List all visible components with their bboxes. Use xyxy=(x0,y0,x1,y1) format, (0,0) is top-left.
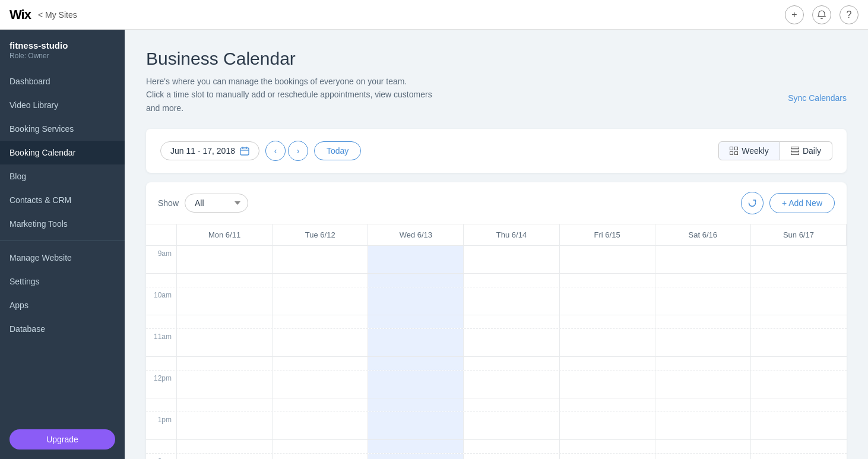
sidebar-item-marketing-tools[interactable]: Marketing Tools xyxy=(0,212,125,236)
sidebar-item-database[interactable]: Database xyxy=(0,317,125,341)
cal-cell-fri-9[interactable] xyxy=(560,246,655,273)
sidebar-item-dashboard[interactable]: Dashboard xyxy=(0,69,125,93)
cal-cell-wed-1[interactable] xyxy=(368,412,464,439)
cal-cell-wed-11[interactable] xyxy=(368,329,464,356)
cal-cell-thu-930[interactable] xyxy=(464,274,559,287)
sidebar-item-manage-website[interactable]: Manage Website xyxy=(0,246,125,270)
cal-cell-sun-10[interactable] xyxy=(751,287,847,315)
cal-cell-wed-930[interactable] xyxy=(368,274,464,287)
cal-cell-wed-2[interactable] xyxy=(368,454,464,459)
cal-cell-thu-1230[interactable] xyxy=(464,398,559,411)
sidebar-item-video-library[interactable]: Video Library xyxy=(0,93,125,117)
daily-view-button[interactable]: Daily xyxy=(780,141,832,160)
cal-cell-mon-10[interactable] xyxy=(177,287,273,315)
cal-cell-sat-1[interactable] xyxy=(655,412,751,439)
cal-cell-tue-11[interactable] xyxy=(273,329,368,356)
cal-cell-sat-2[interactable] xyxy=(655,454,751,459)
cal-cell-wed-130[interactable] xyxy=(368,440,464,453)
cal-cell-mon-12[interactable] xyxy=(177,371,273,398)
cal-cell-thu-12[interactable] xyxy=(464,371,559,398)
cal-cell-sun-11[interactable] xyxy=(751,329,847,356)
sidebar-item-contacts-crm[interactable]: Contacts & CRM xyxy=(0,188,125,212)
cal-cell-sat-130[interactable] xyxy=(655,440,751,453)
cal-cell-tue-1230[interactable] xyxy=(273,398,368,411)
cal-cell-fri-1130[interactable] xyxy=(560,357,655,370)
cal-cell-wed-1230[interactable] xyxy=(368,398,464,411)
cal-cell-tue-12[interactable] xyxy=(273,371,368,398)
cal-cell-mon-1[interactable] xyxy=(177,412,273,439)
cal-cell-wed-1030[interactable] xyxy=(368,315,464,328)
cal-cell-tue-9[interactable] xyxy=(273,246,368,273)
cal-cell-thu-1030[interactable] xyxy=(464,315,559,328)
cal-cell-sun-9[interactable] xyxy=(751,246,847,273)
cal-cell-wed-12[interactable] xyxy=(368,371,464,398)
notifications-button[interactable] xyxy=(812,5,831,24)
help-button[interactable]: ? xyxy=(840,5,859,24)
cal-cell-fri-10[interactable] xyxy=(560,287,655,315)
cal-cell-fri-130[interactable] xyxy=(560,440,655,453)
cal-cell-fri-1[interactable] xyxy=(560,412,655,439)
upgrade-button[interactable]: Upgrade xyxy=(9,429,115,449)
cal-cell-sun-2[interactable] xyxy=(751,454,847,459)
date-range-button[interactable]: Jun 11 - 17, 2018 xyxy=(160,141,259,160)
sync-calendars-link[interactable]: Sync Calendars xyxy=(788,93,847,103)
sidebar-item-settings[interactable]: Settings xyxy=(0,270,125,293)
cal-cell-fri-2[interactable] xyxy=(560,454,655,459)
my-sites-link[interactable]: < My Sites xyxy=(38,10,77,20)
cal-cell-tue-1[interactable] xyxy=(273,412,368,439)
cal-cell-mon-2[interactable] xyxy=(177,454,273,459)
cal-cell-mon-9[interactable] xyxy=(177,246,273,273)
cal-cell-mon-1130[interactable] xyxy=(177,357,273,370)
add-new-button[interactable]: + Add New xyxy=(769,193,835,213)
show-select[interactable]: All Service 1 Service 2 xyxy=(185,194,248,213)
cal-cell-wed-9[interactable] xyxy=(368,246,464,273)
cal-cell-fri-930[interactable] xyxy=(560,274,655,287)
cal-cell-fri-12[interactable] xyxy=(560,371,655,398)
cal-cell-sat-10[interactable] xyxy=(655,287,751,315)
cal-cell-sat-11[interactable] xyxy=(655,329,751,356)
cal-cell-wed-10[interactable] xyxy=(368,287,464,315)
prev-week-button[interactable]: ‹ xyxy=(265,141,286,161)
cal-cell-mon-1230[interactable] xyxy=(177,398,273,411)
cal-cell-sat-1130[interactable] xyxy=(655,357,751,370)
cal-cell-thu-1[interactable] xyxy=(464,412,559,439)
cal-cell-thu-1130[interactable] xyxy=(464,357,559,370)
cal-cell-mon-1030[interactable] xyxy=(177,315,273,328)
add-button[interactable]: + xyxy=(785,5,804,24)
refresh-button[interactable] xyxy=(741,192,764,214)
cal-cell-sat-9[interactable] xyxy=(655,246,751,273)
sidebar-item-apps[interactable]: Apps xyxy=(0,293,125,317)
cal-cell-sat-930[interactable] xyxy=(655,274,751,287)
cal-cell-tue-1130[interactable] xyxy=(273,357,368,370)
cal-cell-sun-930[interactable] xyxy=(751,274,847,287)
cal-cell-sun-1030[interactable] xyxy=(751,315,847,328)
cal-cell-tue-1030[interactable] xyxy=(273,315,368,328)
weekly-view-button[interactable]: Weekly xyxy=(718,141,780,160)
cal-cell-wed-1130[interactable] xyxy=(368,357,464,370)
sidebar-item-booking-calendar[interactable]: Booking Calendar xyxy=(0,141,125,164)
cal-cell-thu-130[interactable] xyxy=(464,440,559,453)
cal-cell-fri-1030[interactable] xyxy=(560,315,655,328)
cal-cell-sun-12[interactable] xyxy=(751,371,847,398)
cal-cell-sun-1[interactable] xyxy=(751,412,847,439)
cal-cell-sun-1230[interactable] xyxy=(751,398,847,411)
cal-cell-sun-130[interactable] xyxy=(751,440,847,453)
cal-cell-sun-1130[interactable] xyxy=(751,357,847,370)
today-button[interactable]: Today xyxy=(314,141,361,160)
cal-cell-thu-10[interactable] xyxy=(464,287,559,315)
cal-cell-mon-11[interactable] xyxy=(177,329,273,356)
cal-cell-fri-11[interactable] xyxy=(560,329,655,356)
cal-cell-thu-2[interactable] xyxy=(464,454,559,459)
cal-cell-fri-1230[interactable] xyxy=(560,398,655,411)
next-week-button[interactable]: › xyxy=(288,141,308,161)
cal-cell-mon-930[interactable] xyxy=(177,274,273,287)
cal-cell-tue-2[interactable] xyxy=(273,454,368,459)
cal-cell-sat-1230[interactable] xyxy=(655,398,751,411)
cal-cell-sat-12[interactable] xyxy=(655,371,751,398)
cal-cell-thu-11[interactable] xyxy=(464,329,559,356)
cal-cell-mon-130[interactable] xyxy=(177,440,273,453)
cal-cell-sat-1030[interactable] xyxy=(655,315,751,328)
sidebar-item-booking-services[interactable]: Booking Services xyxy=(0,117,125,141)
cal-cell-tue-930[interactable] xyxy=(273,274,368,287)
cal-cell-thu-9[interactable] xyxy=(464,246,559,273)
